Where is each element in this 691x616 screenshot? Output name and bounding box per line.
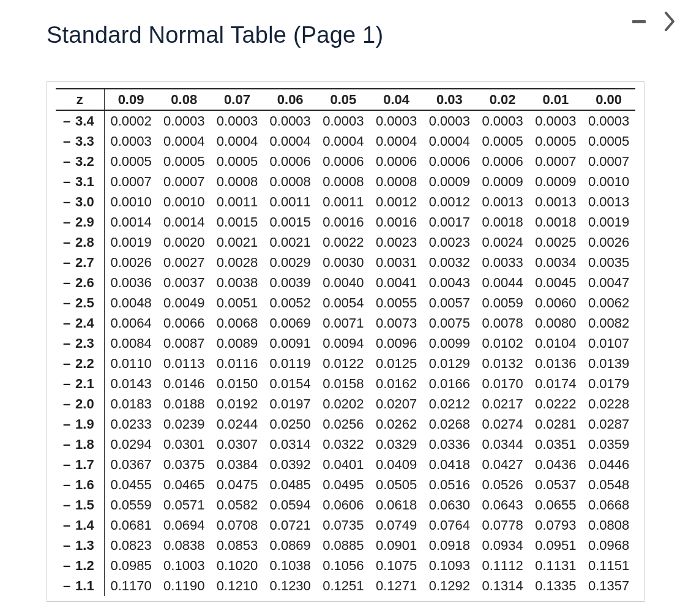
table-cell: 0.0005	[211, 151, 264, 171]
table-cell: 0.0055	[370, 293, 423, 313]
table-cell: 0.0062	[582, 293, 635, 313]
table-cell: 0.0032	[423, 252, 476, 272]
table-row: – 3.40.00020.00030.00030.00030.00030.000…	[56, 110, 635, 131]
table-cell: 0.0228	[582, 394, 635, 414]
table-cell: 0.0146	[157, 374, 211, 394]
table-cell: 0.0003	[529, 110, 582, 131]
table-cell: 0.0256	[317, 414, 370, 434]
table-cell: 0.1003	[157, 555, 211, 576]
table-cell: 0.0016	[370, 212, 423, 232]
table-cell: 0.0166	[423, 374, 476, 394]
table-cell: 0.0028	[211, 252, 264, 272]
table-cell: 0.0005	[582, 131, 635, 151]
table-cell: 0.0778	[476, 515, 529, 535]
table-cell: 0.0007	[582, 151, 635, 171]
table-cell: 0.0016	[317, 212, 370, 232]
table-cell: 0.0968	[582, 535, 635, 555]
table-cell: 0.0025	[529, 232, 582, 252]
table-cell: 0.0009	[476, 171, 529, 192]
table-cell: 0.0038	[211, 272, 264, 293]
table-cell: 0.0091	[264, 333, 317, 353]
chevron-right-icon[interactable]	[664, 11, 676, 32]
table-cell: 0.1112	[476, 555, 529, 576]
table-cell: 0.0018	[529, 212, 582, 232]
table-cell: 0.0031	[370, 252, 423, 272]
table-cell: 0.0170	[476, 374, 529, 394]
table-cell: 0.0217	[476, 394, 529, 414]
table-cell: 0.0099	[423, 333, 476, 353]
table-cell: 0.0066	[157, 313, 211, 333]
table-row: – 2.30.00840.00870.00890.00910.00940.009…	[56, 333, 635, 353]
table-cell: 0.0013	[476, 192, 529, 212]
table-cell: 0.0643	[476, 495, 529, 515]
table-cell: 0.0094	[317, 333, 370, 353]
table-row: – 1.90.02330.02390.02440.02500.02560.026…	[56, 414, 635, 434]
table-cell: 0.0003	[157, 110, 211, 131]
table-cell: 0.0110	[104, 353, 157, 374]
table-cell: 0.1251	[317, 576, 370, 596]
table-cell: 0.0594	[264, 495, 317, 515]
table-row: – 2.90.00140.00140.00150.00150.00160.001…	[56, 212, 635, 232]
table-cell: 0.0023	[423, 232, 476, 252]
table-row: – 1.10.11700.11900.12100.12300.12510.127…	[56, 576, 635, 596]
z-row-label: – 2.5	[56, 293, 104, 313]
table-cell: 0.0132	[476, 353, 529, 374]
col-header: 0.05	[317, 89, 370, 110]
table-cell: 0.0005	[529, 131, 582, 151]
table-cell: 0.0008	[264, 171, 317, 192]
col-header: 0.09	[104, 89, 157, 110]
col-header: 0.02	[476, 89, 529, 110]
table-cell: 0.0475	[211, 475, 264, 495]
table-cell: 0.0202	[317, 394, 370, 414]
table-cell: 0.0548	[582, 475, 635, 495]
table-cell: 0.0104	[529, 333, 582, 353]
table-cell: 0.0418	[423, 454, 476, 475]
table-cell: 0.0040	[317, 272, 370, 293]
table-cell: 0.0119	[264, 353, 317, 374]
table-row: – 3.30.00030.00040.00040.00040.00040.000…	[56, 131, 635, 151]
table-cell: 0.0281	[529, 414, 582, 434]
table-cell: 0.0023	[370, 232, 423, 252]
table-cell: 0.0107	[582, 333, 635, 353]
table-cell: 0.0495	[317, 475, 370, 495]
table-cell: 0.0250	[264, 414, 317, 434]
table-cell: 0.0048	[104, 293, 157, 313]
table-cell: 0.0143	[104, 374, 157, 394]
table-cell: 0.0721	[264, 515, 317, 535]
table-cell: 0.0537	[529, 475, 582, 495]
table-cell: 0.0041	[370, 272, 423, 293]
table-cell: 0.0139	[582, 353, 635, 374]
table-cell: 0.1230	[264, 576, 317, 596]
table-cell: 0.0183	[104, 394, 157, 414]
table-cell: 0.0073	[370, 313, 423, 333]
col-header: 0.04	[370, 89, 423, 110]
table-cell: 0.0082	[582, 313, 635, 333]
table-cell: 0.0068	[211, 313, 264, 333]
table-cell: 0.0559	[104, 495, 157, 515]
table-cell: 0.0080	[529, 313, 582, 333]
table-cell: 0.0004	[211, 131, 264, 151]
table-cell: 0.0015	[211, 212, 264, 232]
table-cell: 0.0004	[423, 131, 476, 151]
table-cell: 0.0375	[157, 454, 211, 475]
table-cell: 0.0033	[476, 252, 529, 272]
table-cell: 0.0037	[157, 272, 211, 293]
table-cell: 0.0455	[104, 475, 157, 495]
table-cell: 0.0003	[104, 131, 157, 151]
table-row: – 1.30.08230.08380.08530.08690.08850.090…	[56, 535, 635, 555]
table-cell: 0.0136	[529, 353, 582, 374]
z-row-label: – 2.2	[56, 353, 104, 374]
table-cell: 0.0005	[157, 151, 211, 171]
table-row: – 3.10.00070.00070.00080.00080.00080.000…	[56, 171, 635, 192]
table-cell: 0.0853	[211, 535, 264, 555]
table-cell: 0.0694	[157, 515, 211, 535]
table-cell: 0.0089	[211, 333, 264, 353]
table-cell: 0.0322	[317, 434, 370, 454]
z-table: z 0.09 0.08 0.07 0.06 0.05 0.04 0.03 0.0…	[56, 88, 635, 596]
table-cell: 0.0003	[317, 110, 370, 131]
minimize-icon[interactable]	[631, 13, 647, 29]
table-cell: 0.0004	[370, 131, 423, 151]
table-cell: 0.0006	[423, 151, 476, 171]
table-cell: 0.0049	[157, 293, 211, 313]
table-cell: 0.0059	[476, 293, 529, 313]
